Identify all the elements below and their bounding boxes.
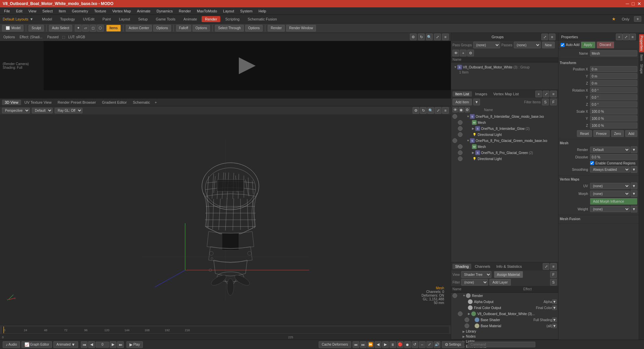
- shader-view-select[interactable]: Shader Tree: [461, 271, 491, 278]
- options2-button[interactable]: Options: [193, 25, 210, 32]
- menu-edit[interactable]: Edit: [13, 8, 25, 14]
- transport-prev-icon[interactable]: ⏮: [81, 341, 88, 348]
- transport-play-icon[interactable]: ▶: [110, 341, 116, 348]
- new-group-button[interactable]: New: [542, 42, 555, 48]
- shader-row[interactable]: ▶ Nodes: [451, 334, 558, 339]
- vp-tab-3d[interactable]: 3D View: [2, 100, 21, 105]
- shader-row[interactable]: Alpha Output Alpha ▼: [451, 299, 558, 305]
- add-viewport-tab[interactable]: +: [153, 100, 158, 105]
- add-transform-button[interactable]: Add: [625, 130, 637, 137]
- weight-select[interactable]: (none): [590, 206, 630, 212]
- il-render-icon[interactable]: ◉: [459, 107, 464, 112]
- reset-button[interactable]: Reset: [577, 130, 592, 137]
- vp-settings-icon[interactable]: ⚙: [413, 107, 419, 114]
- menu-geometry[interactable]: Geometry: [69, 8, 91, 14]
- tab-only[interactable]: Only: [619, 16, 633, 22]
- vp-tab-gradient[interactable]: Gradient Editor: [99, 100, 129, 105]
- shader-row[interactable]: Base Shader Full Shading ▼: [451, 317, 558, 323]
- menu-view[interactable]: View: [26, 8, 39, 14]
- tab-render[interactable]: Render: [202, 16, 220, 22]
- sh-tab-channels[interactable]: Channels: [472, 264, 493, 269]
- il-vis-icon[interactable]: 👁: [452, 107, 458, 112]
- play-button[interactable]: ▶ Play: [126, 341, 143, 348]
- auto-select-button[interactable]: Auto Select: [49, 25, 72, 32]
- menu-layout[interactable]: Layout: [220, 8, 237, 14]
- add-layer-button[interactable]: Add Layer: [489, 279, 511, 286]
- render-select[interactable]: Default: [590, 147, 630, 153]
- il-expand-icon[interactable]: ⤢: [543, 91, 549, 97]
- props-add-icon[interactable]: +: [616, 34, 623, 40]
- tab-setup[interactable]: Setup: [135, 16, 151, 22]
- item-row[interactable]: 💡 Directional Light: [451, 132, 558, 138]
- shader-s-icon2[interactable]: S: [550, 279, 557, 286]
- vp-tab-schematic[interactable]: Schematic: [130, 100, 153, 105]
- shader-row[interactable]: Final Color Output Final Color ▼: [451, 305, 558, 311]
- scaley-input[interactable]: [592, 117, 636, 120]
- uv-arrow[interactable]: ▼: [631, 183, 637, 189]
- model-button[interactable]: ⬜ Model: [2, 25, 23, 32]
- add-item-button[interactable]: Add Item: [452, 99, 472, 105]
- animated-button[interactable]: Animated ▼: [53, 341, 78, 348]
- tab-topology[interactable]: Topology: [57, 16, 78, 22]
- props-tab-properties[interactable]: Properties: [639, 34, 644, 52]
- rotz-input[interactable]: [592, 103, 636, 106]
- tab-scripting[interactable]: Scripting: [222, 16, 243, 22]
- shader-f-icon[interactable]: F: [550, 271, 557, 278]
- falloff-button[interactable]: Falloff: [176, 25, 191, 32]
- frame-input[interactable]: [97, 343, 107, 346]
- transport-next-icon[interactable]: ⏭: [117, 341, 124, 348]
- item-row[interactable]: ▶ S OnePlus_8_Interstellar_Glow (2): [451, 126, 558, 132]
- render-window-button[interactable]: Render Window: [286, 25, 316, 32]
- preview-settings-icon[interactable]: ⚙: [410, 34, 417, 40]
- render-button[interactable]: Render: [268, 25, 285, 32]
- shader-effect-arrow[interactable]: ▼: [552, 299, 557, 304]
- filter-f-icon[interactable]: F: [550, 99, 557, 105]
- group-settings-icon[interactable]: ⚙: [467, 50, 474, 56]
- preview-more-icon[interactable]: ≡: [442, 34, 449, 40]
- transport-back-icon[interactable]: ◀: [88, 341, 95, 348]
- options1-button[interactable]: Options: [153, 25, 171, 32]
- shading-select[interactable]: Default: [32, 108, 53, 113]
- groups-more-icon[interactable]: ≡: [549, 34, 555, 40]
- minimize-button[interactable]: ─: [626, 1, 629, 6]
- weight-arrow[interactable]: ▼: [631, 206, 637, 212]
- item-row[interactable]: ▶ S OnePlus_8_Pro_Glacial_Green (2): [451, 150, 558, 156]
- item-mode-button[interactable]: ⬡: [97, 25, 104, 32]
- props-tab-item[interactable]: Item: [639, 53, 644, 62]
- shader-row[interactable]: ▶ V8_Outboard_Boat_Motor_White (3)...: [451, 311, 558, 317]
- viewport-content[interactable]: Mesh Channels: 0 Deformers: ON GL: 1,151…: [0, 114, 451, 325]
- rotz-value[interactable]: [590, 101, 637, 107]
- il-tab-images[interactable]: Images: [473, 91, 490, 97]
- props-expand-icon[interactable]: ⤢: [623, 34, 629, 40]
- sh-tab-info[interactable]: Info & Statistics: [494, 264, 525, 269]
- menu-texture[interactable]: Texture: [92, 8, 109, 14]
- vp-expand-icon[interactable]: ⤢: [435, 107, 441, 114]
- tab-model[interactable]: Model: [39, 16, 55, 22]
- props-more-icon[interactable]: ≡: [629, 34, 636, 40]
- preview-expand-icon[interactable]: ⤢: [434, 34, 441, 40]
- shader-row[interactable]: ▶ Library: [451, 329, 558, 334]
- dissolve-input[interactable]: [592, 155, 636, 159]
- tab-schematic[interactable]: Schematic Fusion: [244, 16, 280, 22]
- shader-effect-arrow[interactable]: ▼: [552, 317, 557, 322]
- pb-icon8[interactable]: ⏺: [404, 341, 411, 348]
- scalez-input[interactable]: [592, 124, 636, 128]
- roty-input[interactable]: [592, 96, 636, 99]
- posx-input[interactable]: [592, 67, 636, 71]
- preview-paused[interactable]: Paused: [46, 35, 60, 39]
- auto-add-checkbox[interactable]: [560, 43, 565, 47]
- props-tab-shape[interactable]: Shape: [639, 63, 644, 75]
- il-add-tab-icon[interactable]: +: [535, 91, 542, 97]
- maximize-button[interactable]: □: [632, 1, 635, 6]
- tab-uvedit[interactable]: UVEdit: [79, 16, 98, 22]
- il-tab-vertexmap[interactable]: Vertex Map List: [491, 91, 522, 97]
- zero-button[interactable]: Zero: [611, 130, 624, 137]
- pb-icon5[interactable]: ▶: [382, 341, 389, 348]
- il-tab-itemlist[interactable]: Item List: [452, 91, 472, 97]
- smoothing-arrow[interactable]: ▼: [631, 166, 637, 173]
- menu-vertexmap[interactable]: Vertex Map: [110, 8, 134, 14]
- shader-expand-icon[interactable]: ⤢: [543, 263, 549, 270]
- pb-icon1[interactable]: ⏮: [353, 341, 359, 348]
- pass-groups-select[interactable]: (none): [473, 42, 500, 48]
- vp-more-icon[interactable]: ≡: [442, 107, 449, 114]
